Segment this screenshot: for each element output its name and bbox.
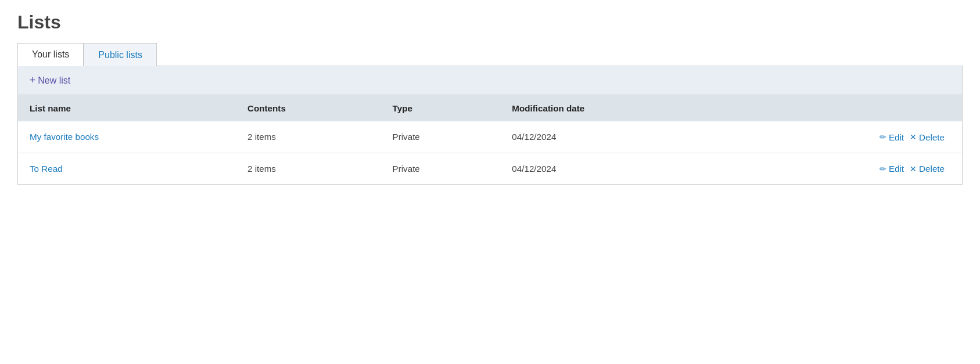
list-contents: 2 items xyxy=(236,153,381,184)
tab-public-lists[interactable]: Public lists xyxy=(84,43,157,66)
list-contents: 2 items xyxy=(236,121,381,153)
pencil-icon: ✏ xyxy=(880,164,886,174)
new-list-label: New list xyxy=(38,75,70,86)
edit-label: Edit xyxy=(889,164,904,174)
list-actions: ✏Edit✕Delete xyxy=(726,153,962,184)
page-title: Lists xyxy=(17,12,963,33)
tab-bar: Your lists Public lists xyxy=(17,42,963,66)
delete-button[interactable]: ✕Delete xyxy=(910,164,945,174)
edit-label: Edit xyxy=(889,132,904,142)
list-modification-date: 04/12/2024 xyxy=(500,153,726,184)
list-type: Private xyxy=(381,121,501,153)
lists-table: List name Contents Type Modification dat… xyxy=(18,95,962,184)
toolbar: + New list xyxy=(18,66,962,95)
tab-your-lists[interactable]: Your lists xyxy=(17,43,84,66)
content-area: + New list List name Contents Type Modif… xyxy=(17,66,963,185)
table-row: To Read2 itemsPrivate04/12/2024✏Edit✕Del… xyxy=(18,153,962,184)
delete-label: Delete xyxy=(919,164,945,174)
list-actions: ✏Edit✕Delete xyxy=(726,121,962,153)
x-icon: ✕ xyxy=(910,132,917,142)
new-list-button[interactable]: + New list xyxy=(30,74,70,87)
delete-button[interactable]: ✕Delete xyxy=(910,132,945,142)
x-icon: ✕ xyxy=(910,164,917,174)
col-header-list-name: List name xyxy=(18,95,236,121)
edit-button[interactable]: ✏Edit xyxy=(880,164,904,174)
col-header-actions xyxy=(726,95,962,121)
col-header-modification-date: Modification date xyxy=(500,95,726,121)
col-header-type: Type xyxy=(381,95,501,121)
list-name-link[interactable]: To Read xyxy=(30,164,63,174)
plus-icon: + xyxy=(30,74,35,87)
list-type: Private xyxy=(381,153,501,184)
list-name-link[interactable]: My favorite books xyxy=(30,132,99,142)
pencil-icon: ✏ xyxy=(880,132,886,142)
delete-label: Delete xyxy=(919,132,945,142)
table-row: My favorite books2 itemsPrivate04/12/202… xyxy=(18,121,962,153)
col-header-contents: Contents xyxy=(236,95,381,121)
list-modification-date: 04/12/2024 xyxy=(500,121,726,153)
table-header-row: List name Contents Type Modification dat… xyxy=(18,95,962,121)
lists-table-container: List name Contents Type Modification dat… xyxy=(18,95,962,184)
edit-button[interactable]: ✏Edit xyxy=(880,132,904,142)
